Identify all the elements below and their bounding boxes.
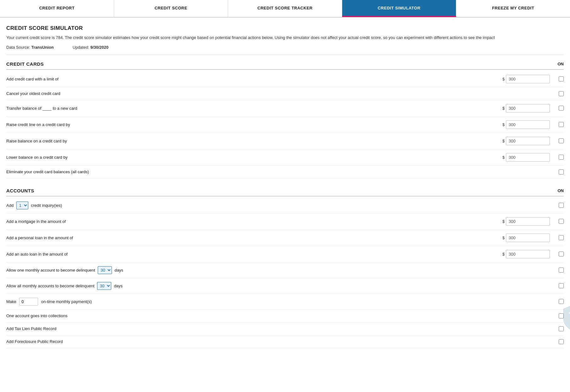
input-add-auto-loan[interactable] xyxy=(506,250,550,258)
nav-item-credit-simulator[interactable]: CREDIT SIMULATOR xyxy=(342,0,456,17)
credit-cards-section: CREDIT CARDS ON Add credit card with a l… xyxy=(6,61,564,179)
label-raise-balance: Raise balance on a credit card by xyxy=(6,139,502,143)
delinquent-all-post: days xyxy=(114,284,123,288)
accounts-header: ACCOUNTS ON xyxy=(6,188,564,196)
label-add-personal-loan: Add a personal loan in the amount of xyxy=(6,235,502,240)
nav-item-credit-report[interactable]: CREDIT REPORT xyxy=(0,0,114,17)
checkbox-add-mortgage[interactable] xyxy=(559,219,564,224)
accounts-on-label: ON xyxy=(558,188,564,193)
label-delinquent-all: Allow all monthly accounts to become del… xyxy=(6,282,556,290)
input-group-raise-balance: $ xyxy=(502,137,550,145)
input-add-personal-loan[interactable] xyxy=(506,234,550,242)
dollar-sign: $ xyxy=(502,155,505,160)
dollar-sign: $ xyxy=(502,122,505,127)
delinquent-one-pre: Allow one monthly account to become deli… xyxy=(6,268,96,273)
label-foreclosure: Add Foreclosure Public Record xyxy=(6,339,556,344)
input-add-credit-card[interactable] xyxy=(506,75,550,83)
on-time-post: on-time monthly payment(s) xyxy=(41,299,92,304)
accounts-title: ACCOUNTS xyxy=(6,188,34,193)
label-add-credit-card: Add credit card with a limit of xyxy=(6,77,502,81)
checkbox-delinquent-all[interactable] xyxy=(559,283,564,288)
delinquent-one-spinner[interactable]: 306090 xyxy=(98,266,112,274)
checkbox-lower-balance[interactable] xyxy=(559,155,564,160)
input-group-add-credit-card: $ xyxy=(502,75,550,83)
delinquent-all-spinner[interactable]: 306090 xyxy=(97,282,111,290)
label-add-mortgage: Add a mortgage in the amount of xyxy=(6,219,502,224)
checkbox-add-auto-loan[interactable] xyxy=(559,251,564,257)
on-time-pre: Make xyxy=(6,299,17,304)
label-eliminate-balances: Eliminate your credit card balances (all… xyxy=(6,169,556,174)
dollar-sign: $ xyxy=(502,252,505,257)
accounts-section: ACCOUNTS ON Add 12345 credit inquiry(ies… xyxy=(6,188,564,348)
row-add-credit-card: Add credit card with a limit of $ xyxy=(6,71,564,87)
dollar-sign: $ xyxy=(502,77,505,81)
label-add-inquiry: Add 12345 credit inquiry(ies) xyxy=(6,202,556,209)
checkbox-cancel-oldest[interactable] xyxy=(559,91,564,96)
inquiry-spinner[interactable]: 12345 xyxy=(16,202,28,209)
input-group-add-auto-loan: $ xyxy=(502,250,550,258)
row-tax-lien: Add Tax Lien Public Record xyxy=(6,323,564,335)
nav-item-credit-score-tracker[interactable]: CREDIT SCORE TRACKER xyxy=(228,0,342,17)
page-title: CREDIT SCORE SIMULATOR xyxy=(6,25,564,31)
dollar-sign: $ xyxy=(502,139,505,143)
add-inquiry-post: credit inquiry(ies) xyxy=(31,203,62,208)
data-source: Data Source: TransUnion xyxy=(6,45,54,50)
page-description: Your current credit score is 784. The cr… xyxy=(6,35,564,41)
dollar-sign: $ xyxy=(502,235,505,240)
checkbox-add-personal-loan[interactable] xyxy=(559,235,564,240)
label-on-time-payments: Make on-time monthly payment(s) xyxy=(6,298,556,306)
input-group-add-mortgage: $ xyxy=(502,217,550,226)
credit-cards-header: CREDIT CARDS ON xyxy=(6,61,564,70)
dollar-sign: $ xyxy=(502,106,505,111)
row-delinquent-all: Allow all monthly accounts to become del… xyxy=(6,278,564,294)
label-transfer-balance: Transfer balance of ____ to a new card xyxy=(6,106,502,111)
add-inquiry-pre: Add xyxy=(6,203,15,208)
label-lower-balance: Lower balance on a credit card by xyxy=(6,155,502,160)
row-collections: One account goes into collections xyxy=(6,310,564,323)
input-lower-balance[interactable] xyxy=(506,153,550,162)
label-raise-credit-line: Raise credit line on a credit card by xyxy=(6,122,502,127)
checkbox-transfer-balance[interactable] xyxy=(559,106,564,111)
row-add-personal-loan: Add a personal loan in the amount of $ xyxy=(6,230,564,246)
row-raise-balance: Raise balance on a credit card by $ xyxy=(6,133,564,149)
credit-cards-title: CREDIT CARDS xyxy=(6,61,44,67)
row-eliminate-balances: Eliminate your credit card balances (all… xyxy=(6,166,564,179)
row-add-auto-loan: Add an auto loan in the amount of $ xyxy=(6,246,564,262)
make-payments-input[interactable] xyxy=(19,298,38,306)
input-group-transfer-balance: $ xyxy=(502,104,550,113)
row-cancel-oldest: Cancel your oldest credit card xyxy=(6,87,564,100)
label-collections: One account goes into collections xyxy=(6,313,556,318)
input-raise-credit-line[interactable] xyxy=(506,120,550,129)
checkbox-raise-credit-line[interactable] xyxy=(559,122,564,127)
updated-date: Updated: 9/30/2020 xyxy=(73,45,108,50)
checkbox-eliminate-balances[interactable] xyxy=(559,169,564,174)
dollar-sign: $ xyxy=(502,219,505,224)
input-group-raise-credit-line: $ xyxy=(502,120,550,129)
checkbox-foreclosure[interactable] xyxy=(559,339,564,344)
input-group-lower-balance: $ xyxy=(502,153,550,162)
row-add-mortgage: Add a mortgage in the amount of $ xyxy=(6,213,564,230)
row-on-time-payments: Make on-time monthly payment(s) xyxy=(6,294,564,310)
row-transfer-balance: Transfer balance of ____ to a new card $ xyxy=(6,100,564,117)
delinquent-one-post: days xyxy=(115,268,123,273)
row-foreclosure: Add Foreclosure Public Record xyxy=(6,335,564,348)
credit-cards-on-label: ON xyxy=(558,62,564,66)
shield-icon-wrapper xyxy=(559,303,570,333)
row-delinquent-one: Allow one monthly account to become deli… xyxy=(6,262,564,278)
checkbox-add-credit-card[interactable] xyxy=(559,76,564,81)
nav-item-credit-score[interactable]: CREDIT SCORE xyxy=(114,0,228,17)
input-add-mortgage[interactable] xyxy=(506,217,550,226)
delinquent-all-pre: Allow all monthly accounts to become del… xyxy=(6,284,96,288)
row-lower-balance: Lower balance on a credit card by $ xyxy=(6,149,564,166)
input-raise-balance[interactable] xyxy=(506,137,550,145)
checkbox-raise-balance[interactable] xyxy=(559,138,564,143)
shield-icon xyxy=(559,303,570,332)
input-group-add-personal-loan: $ xyxy=(502,234,550,242)
nav-item-freeze-my-credit[interactable]: FREEZE MY CREDIT xyxy=(456,0,570,17)
input-transfer-balance[interactable] xyxy=(506,104,550,113)
label-cancel-oldest: Cancel your oldest credit card xyxy=(6,91,556,96)
checkbox-delinquent-one[interactable] xyxy=(559,268,564,273)
label-tax-lien: Add Tax Lien Public Record xyxy=(6,326,556,331)
row-add-inquiry: Add 12345 credit inquiry(ies) xyxy=(6,198,564,213)
checkbox-add-inquiry[interactable] xyxy=(559,203,564,208)
